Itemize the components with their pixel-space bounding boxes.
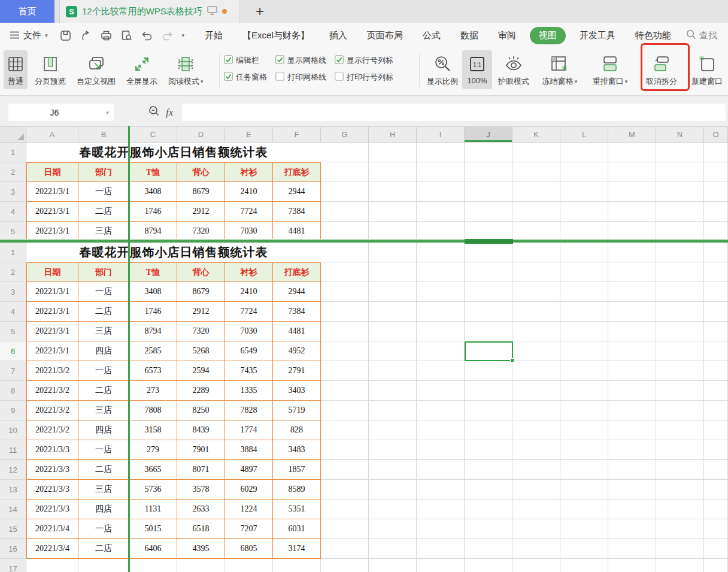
menu-item[interactable]: 插入 (329, 30, 347, 41)
table-cell[interactable]: 7030 (225, 222, 273, 239)
row-header[interactable]: 5 (0, 222, 26, 239)
row-header[interactable]: 13 (0, 480, 26, 500)
row-header[interactable]: 3 (0, 282, 26, 302)
cell[interactable] (465, 401, 512, 420)
table-cell[interactable]: 6029 (225, 480, 273, 500)
menu-item[interactable]: 视图 (530, 27, 566, 44)
cell[interactable] (417, 401, 465, 420)
table-cell[interactable]: 3403 (273, 381, 321, 401)
table-cell[interactable]: 8250 (177, 401, 225, 420)
table-cell[interactable]: 1857 (273, 460, 321, 480)
menu-item[interactable]: 页面布局 (367, 30, 403, 41)
cell[interactable] (321, 322, 369, 341)
cell[interactable] (656, 500, 704, 519)
sheet-header-cell[interactable]: 衬衫 (225, 262, 273, 282)
search-button[interactable]: 查找 (686, 29, 717, 41)
menu-item[interactable]: 数据 (460, 30, 478, 41)
table-cell[interactable]: 7724 (225, 202, 273, 222)
column-header[interactable]: O (704, 127, 728, 143)
cell[interactable] (608, 480, 656, 500)
cell[interactable] (656, 182, 704, 202)
cell[interactable] (465, 322, 512, 341)
cell[interactable] (369, 480, 417, 500)
menu-item[interactable]: 开发工具 (580, 30, 615, 41)
table-cell[interactable]: 3665 (129, 460, 177, 480)
cell[interactable] (656, 143, 704, 162)
cell[interactable] (656, 162, 704, 182)
row-header[interactable]: 12 (0, 460, 26, 480)
cell[interactable] (560, 381, 608, 401)
cell[interactable] (656, 282, 704, 302)
cell[interactable] (465, 361, 512, 381)
cell[interactable] (321, 162, 369, 182)
table-cell[interactable]: 3174 (273, 539, 321, 559)
table-cell[interactable]: 8589 (273, 480, 321, 500)
table-cell[interactable]: 2944 (273, 182, 321, 202)
table-cell[interactable]: 20221/3/1 (26, 341, 78, 361)
cell[interactable] (704, 143, 728, 162)
table-cell[interactable]: 2791 (273, 361, 321, 381)
cell[interactable] (321, 182, 369, 202)
sheet-header-cell[interactable]: 背心 (177, 262, 225, 282)
cell[interactable] (417, 143, 465, 162)
cell[interactable] (512, 282, 560, 302)
cell[interactable] (560, 162, 608, 182)
table-cell[interactable]: 5268 (177, 341, 225, 361)
cell[interactable] (321, 440, 369, 460)
cell[interactable] (369, 500, 417, 519)
cell[interactable] (560, 243, 608, 262)
cell[interactable] (608, 341, 656, 361)
cell[interactable] (369, 182, 417, 202)
table-cell[interactable]: 1224 (225, 500, 273, 519)
cell[interactable] (560, 519, 608, 539)
ribbon-button[interactable]: 显示比例 (423, 50, 462, 89)
table-cell[interactable]: 三店 (78, 480, 129, 500)
cell[interactable] (704, 539, 728, 559)
ribbon-checkbox[interactable]: 打印行号列标 (335, 72, 393, 83)
cell[interactable] (656, 420, 704, 440)
row-header[interactable]: 10 (0, 420, 26, 440)
cell[interactable] (225, 559, 273, 572)
cell[interactable] (369, 302, 417, 322)
cell[interactable] (321, 143, 369, 162)
table-cell[interactable]: 8679 (177, 182, 225, 202)
cell[interactable] (512, 341, 560, 361)
cell[interactable] (608, 460, 656, 480)
sheet-header-cell[interactable]: 衬衫 (225, 162, 273, 182)
table-cell[interactable]: 3483 (273, 440, 321, 460)
ribbon-button[interactable]: 取消拆分 (636, 50, 687, 89)
table-cell[interactable]: 7320 (177, 322, 225, 341)
cell[interactable] (608, 401, 656, 420)
cell[interactable] (321, 420, 369, 440)
cell[interactable] (560, 302, 608, 322)
cell[interactable] (656, 559, 704, 572)
cell[interactable] (369, 559, 417, 572)
column-header[interactable]: L (560, 127, 608, 143)
menu-item[interactable]: 【Excel与财务】 (242, 30, 310, 41)
table-cell[interactable]: 20221/3/4 (26, 539, 78, 559)
cell[interactable] (417, 381, 465, 401)
cell[interactable] (465, 282, 512, 302)
cell[interactable] (608, 243, 656, 262)
cell[interactable] (417, 539, 465, 559)
cell[interactable] (512, 182, 560, 202)
cell[interactable] (704, 381, 728, 401)
name-box[interactable]: J6 ▾ (8, 104, 114, 121)
table-cell[interactable]: 1774 (225, 420, 273, 440)
table-cell[interactable]: 一店 (78, 282, 129, 302)
table-cell[interactable]: 2289 (177, 381, 225, 401)
table-cell[interactable]: 8794 (129, 322, 177, 341)
cell[interactable] (608, 539, 656, 559)
cell[interactable] (560, 322, 608, 341)
formula-input[interactable] (182, 104, 726, 121)
table-cell[interactable]: 7724 (225, 302, 273, 322)
sheet-header-cell[interactable]: 打底衫 (273, 162, 321, 182)
cell[interactable] (608, 202, 656, 222)
cell[interactable] (26, 559, 78, 572)
cell[interactable] (465, 182, 512, 202)
ribbon-button[interactable]: 全屏显示 (123, 50, 161, 89)
table-cell[interactable]: 3158 (129, 420, 177, 440)
cell[interactable] (417, 420, 465, 440)
table-cell[interactable]: 8794 (129, 222, 177, 239)
table-cell[interactable]: 20221/3/3 (26, 480, 78, 500)
